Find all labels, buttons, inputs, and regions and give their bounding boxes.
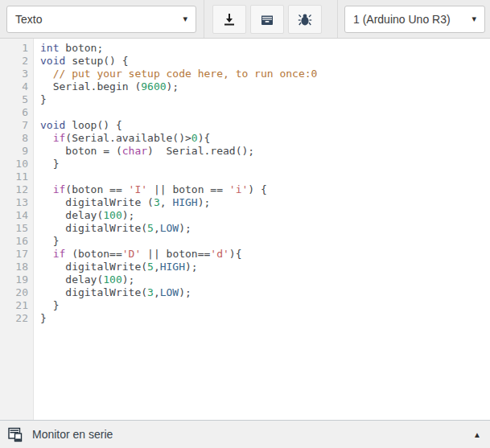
code-line: digitalWrite (3, HIGH); <box>40 196 490 209</box>
code-token: (boton== <box>65 248 121 260</box>
code-token: 9600 <box>141 80 166 92</box>
line-number: 15 <box>0 222 33 235</box>
code-token: HIGH <box>160 261 185 273</box>
line-number: 1 <box>0 42 33 55</box>
code-token: || boton == <box>147 183 229 195</box>
code-token: digitalWrite( <box>40 261 147 273</box>
code-area[interactable]: int boton;void setup() { // put your set… <box>34 39 490 420</box>
line-number: 16 <box>0 235 33 248</box>
code-token <box>40 248 53 260</box>
code-token: digitalWrite( <box>40 222 147 234</box>
code-token: if <box>53 132 66 144</box>
code-line: void loop() { <box>40 119 490 132</box>
code-token: 5 <box>147 261 154 273</box>
download-button[interactable] <box>212 5 246 34</box>
code-editor: 12345678910111213141516171819202122 int … <box>0 39 490 420</box>
line-number: 4 <box>0 80 33 93</box>
line-number: 11 <box>0 171 33 183</box>
code-token: 100 <box>103 209 121 221</box>
code-token: boton = ( <box>40 145 122 157</box>
code-line: } <box>40 299 490 312</box>
code-token: LOW <box>160 222 179 234</box>
code-token: ) Serial.read(); <box>147 145 254 157</box>
code-token: char <box>122 145 147 157</box>
code-token: HIGH <box>172 196 197 208</box>
code-line: Serial.begin (9600); <box>40 80 490 93</box>
code-token: 0 <box>191 132 198 144</box>
debug-button[interactable] <box>288 5 322 34</box>
line-number: 6 <box>0 106 33 119</box>
code-token: } <box>40 299 59 311</box>
caret-up-icon[interactable]: ▲ <box>473 430 481 439</box>
code-token: if <box>53 248 66 260</box>
line-number: 13 <box>0 196 33 209</box>
line-number: 20 <box>0 286 33 299</box>
toolbar-divider <box>337 0 338 38</box>
bug-icon <box>298 12 312 27</box>
code-token: ); <box>179 222 191 234</box>
code-token: ) { <box>248 183 266 195</box>
toolbar: Texto ▾ <box>0 0 490 39</box>
code-token: void <box>40 55 65 67</box>
code-token: , <box>160 196 173 208</box>
code-token: delay( <box>40 209 103 221</box>
code-token: 'd' <box>210 248 229 260</box>
code-token: 3 <box>147 286 154 298</box>
line-number: 7 <box>0 119 33 132</box>
code-token: int <box>40 42 59 54</box>
code-token: 'i' <box>229 183 248 195</box>
code-line: } <box>40 158 490 171</box>
code-token: ); <box>198 196 211 208</box>
code-line: } <box>40 312 490 325</box>
code-line: if(boton == 'I' || boton == 'i') { <box>40 183 490 196</box>
code-token: loop() { <box>65 119 121 131</box>
board-select-value: 1 (Arduino Uno R3) <box>353 13 451 26</box>
line-number: 12 <box>0 183 33 196</box>
line-number: 21 <box>0 299 33 312</box>
code-token: void <box>40 119 65 131</box>
code-line: delay(100); <box>40 209 490 222</box>
code-line: if(Serial.available()>0){ <box>40 132 490 145</box>
code-token: } <box>40 158 59 170</box>
code-token: ); <box>179 286 191 298</box>
code-line: digitalWrite(5,LOW); <box>40 222 490 235</box>
gutter: 12345678910111213141516171819202122 <box>0 39 34 420</box>
code-token: ); <box>167 80 179 92</box>
code-token: 'D' <box>122 248 141 260</box>
code-token: } <box>40 235 59 247</box>
code-line: if (boton=='D' || boton=='d'){ <box>40 248 490 261</box>
code-token: 3 <box>154 196 160 208</box>
archive-button[interactable] <box>250 5 284 34</box>
code-token: ); <box>122 209 135 221</box>
code-token: // put your setup code here, to run once… <box>40 68 317 80</box>
serial-monitor-toggle[interactable]: Monitor en serie ▲ <box>0 420 490 448</box>
line-number: 22 <box>0 312 33 325</box>
line-number: 19 <box>0 273 33 286</box>
code-line: int boton; <box>40 42 490 55</box>
code-token: } <box>40 93 47 105</box>
line-number: 18 <box>0 261 33 273</box>
code-token: boton; <box>59 42 103 54</box>
code-token <box>40 132 53 144</box>
code-token: digitalWrite ( <box>40 196 154 208</box>
code-token: LOW <box>160 286 179 298</box>
serial-monitor-icon <box>8 427 25 442</box>
code-token: , <box>154 222 160 234</box>
download-icon <box>222 12 237 27</box>
code-line: // put your setup code here, to run once… <box>40 68 490 80</box>
code-token <box>40 183 53 195</box>
code-token: , <box>154 286 160 298</box>
serial-monitor-label: Monitor en serie <box>32 428 113 441</box>
code-token: ){ <box>229 248 242 260</box>
mode-select-value: Texto <box>15 13 42 26</box>
code-token: (Serial.available()> <box>65 132 191 144</box>
line-number: 17 <box>0 248 33 261</box>
code-token: (boton == <box>65 183 128 195</box>
board-select[interactable]: 1 (Arduino Uno R3) ▾ <box>344 6 485 33</box>
code-line: digitalWrite(3,LOW); <box>40 286 490 299</box>
code-token: , <box>154 261 160 273</box>
code-line: digitalWrite(5,HIGH); <box>40 261 490 273</box>
mode-select[interactable]: Texto ▾ <box>6 6 196 33</box>
code-token: digitalWrite( <box>40 286 147 298</box>
code-line: void setup() { <box>40 55 490 68</box>
